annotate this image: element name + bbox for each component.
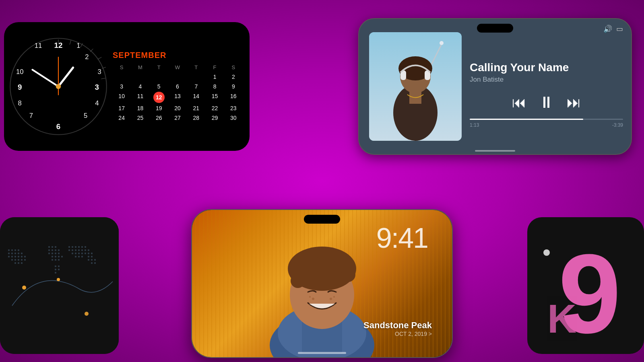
svg-rect-41 (14, 253, 16, 254)
phone-vol2-btn (358, 67, 359, 79)
svg-rect-97 (81, 253, 83, 254)
svg-rect-87 (68, 249, 70, 251)
rewind-button[interactable]: ⏮ (512, 94, 526, 111)
svg-text:2: 2 (85, 53, 89, 61)
svg-rect-79 (58, 269, 60, 270)
svg-text:8: 8 (18, 99, 22, 107)
cal-day-2: 2 (225, 72, 242, 81)
svg-line-22 (32, 70, 58, 86)
calendar-grid: S M T W T F S 1 2 3 4 5 6 7 8 9 10 11 (113, 63, 242, 122)
svg-rect-78 (55, 269, 56, 270)
cal-day-13: 13 (169, 92, 186, 103)
cal-day-11: 11 (131, 92, 149, 103)
pause-button[interactable]: ⏸ (539, 93, 555, 111)
world-map-svg (0, 217, 119, 354)
svg-rect-91 (81, 249, 83, 251)
song-artist: Jon Batiste (470, 76, 623, 84)
svg-rect-55 (14, 262, 16, 264)
cal-day-3: 3 (113, 82, 130, 91)
music-progress-bar[interactable] (470, 119, 623, 120)
cal-day-17: 17 (113, 104, 130, 113)
svg-text:10: 10 (16, 68, 24, 76)
cal-day-6: 6 (169, 82, 186, 91)
music-controls[interactable]: ⏮ ⏸ ⏭ (470, 93, 623, 111)
svg-rect-57 (21, 262, 23, 264)
big-letter: K (547, 296, 576, 342)
volume-icon: 🔊 (603, 25, 612, 33)
cal-day-4: 4 (131, 82, 149, 91)
phone-landscape: 🔊 ▭ Calling Your Name Jon Batiste ⏮ ⏸ ⏭ … (358, 18, 632, 155)
svg-rect-85 (81, 246, 83, 248)
svg-point-129 (333, 296, 335, 298)
cal-day-19: 19 (150, 104, 168, 113)
svg-rect-36 (11, 249, 13, 251)
svg-rect-71 (58, 256, 60, 257)
svg-rect-61 (48, 249, 50, 251)
svg-text:6: 6 (56, 122, 60, 131)
svg-rect-84 (78, 246, 80, 248)
cal-day-20: 20 (169, 104, 186, 113)
cal-day-12-today: 12 (153, 92, 165, 103)
svg-rect-99 (88, 253, 89, 254)
svg-rect-101 (75, 256, 76, 257)
svg-rect-43 (21, 253, 23, 254)
album-art-illustration (369, 32, 462, 141)
cal-day-27: 27 (169, 113, 186, 122)
svg-rect-107 (91, 259, 93, 261)
cal-day-22: 22 (206, 104, 223, 113)
svg-line-18 (98, 57, 101, 59)
cal-day-5: 5 (150, 82, 168, 91)
svg-rect-106 (88, 259, 89, 261)
cal-day-16: 16 (225, 92, 242, 103)
airplay-icon: ▭ (616, 25, 623, 33)
cal-day-7: 7 (187, 82, 205, 91)
fast-forward-button[interactable]: ⏭ (567, 94, 581, 111)
cal-day-15: 15 (206, 92, 223, 103)
svg-point-125 (291, 274, 305, 288)
svg-rect-93 (88, 249, 89, 251)
person-svg (242, 228, 402, 357)
svg-point-24 (56, 84, 61, 89)
svg-rect-42 (18, 253, 19, 254)
svg-rect-109 (91, 262, 93, 264)
cal-day-8: 8 (206, 82, 223, 91)
svg-point-127 (309, 296, 311, 298)
lockscreen-label: Sandstone Peak OCT 2, 2019 > (363, 320, 432, 337)
svg-rect-81 (68, 246, 70, 248)
svg-rect-46 (14, 256, 16, 257)
svg-rect-47 (18, 256, 19, 257)
svg-rect-60 (55, 246, 56, 248)
cal-empty (113, 72, 130, 81)
svg-rect-39 (8, 253, 10, 254)
svg-rect-72 (61, 256, 63, 257)
svg-point-113 (85, 312, 89, 316)
calendar-section: SEPTEMBER S M T W T F S 1 2 3 4 5 6 7 8 (109, 45, 250, 128)
svg-text:11: 11 (35, 42, 42, 49)
cal-day-1: 1 (206, 72, 223, 81)
svg-rect-83 (75, 246, 76, 248)
svg-line-21 (58, 68, 73, 86)
number-widget: 9 K (527, 217, 644, 354)
svg-point-124 (341, 267, 355, 282)
svg-rect-50 (11, 259, 13, 261)
svg-rect-108 (94, 259, 96, 261)
svg-rect-86 (85, 246, 86, 248)
lockscreen-place: Sandstone Peak (363, 320, 432, 331)
svg-rect-77 (58, 265, 60, 267)
cal-header-t1: T (150, 63, 168, 72)
clock-face: 12 3 6 9 2 3 11 1 4 5 7 8 10 (8, 34, 109, 139)
svg-text:4: 4 (95, 99, 99, 107)
svg-rect-34 (0, 217, 119, 354)
lockscreen-phone: 9:41 (191, 209, 453, 358)
svg-rect-63 (55, 249, 56, 251)
music-player-widget: 🔊 ▭ Calling Your Name Jon Batiste ⏮ ⏸ ⏭ … (358, 18, 632, 155)
svg-text:9: 9 (18, 83, 22, 91)
svg-point-33 (440, 41, 444, 45)
svg-rect-100 (91, 253, 93, 254)
world-map-widget (0, 217, 119, 354)
svg-rect-48 (21, 256, 23, 257)
cal-day-29: 29 (206, 113, 223, 122)
svg-rect-96 (78, 253, 80, 254)
svg-rect-49 (24, 256, 26, 257)
svg-rect-52 (18, 259, 19, 261)
